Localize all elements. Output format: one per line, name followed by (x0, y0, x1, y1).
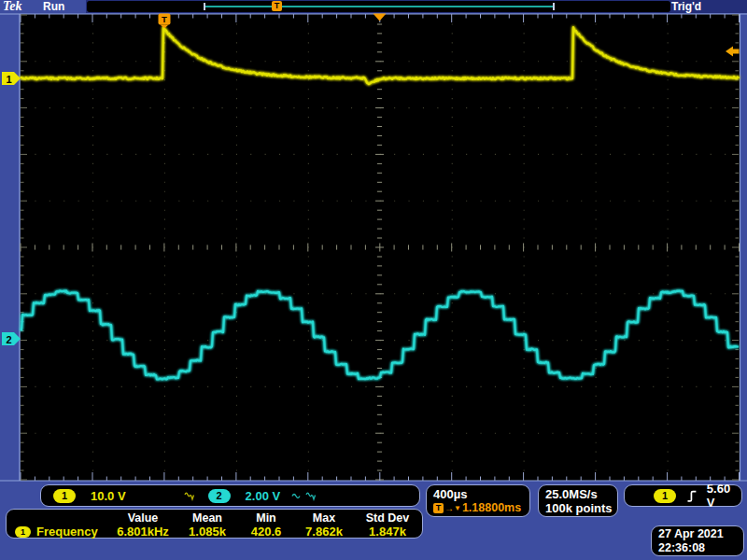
waveform-display: T 1 2 (0, 13, 747, 482)
window-right-bracket (553, 3, 555, 10)
svg-text:1: 1 (6, 74, 11, 85)
ch2-badge[interactable]: 2 (208, 489, 231, 503)
trigger-status: Trig'd (671, 0, 701, 13)
measurement-row: 1 Frequency 6.801kHz 1.085k 420.6 7.862k… (7, 525, 422, 539)
oscilloscope-screen: Tek Run T Trig'd T (0, 0, 747, 560)
trigger-delay-value: 1.18800ms (462, 501, 521, 515)
expansion-icon: ▼ (454, 501, 461, 515)
measurement-headers: Value Mean Min Max Std Dev (7, 511, 422, 525)
tek-logo: Tek (3, 0, 21, 14)
acquisition-state: Run (43, 0, 64, 13)
measurement-value: 6.801kHz (109, 525, 176, 539)
date-label: 27 Apr 2021 (658, 527, 743, 541)
channel-readouts[interactable]: 1 10.0 V 2 2.00 V (40, 484, 420, 507)
measurement-max: 7.862k (294, 525, 354, 539)
measurement-min: 420.6 (238, 525, 294, 539)
trigger-source-badge: 1 (654, 489, 676, 503)
ch2-bandwidth-icon (305, 491, 317, 501)
measurement-stddev: 1.847k (354, 525, 421, 539)
ch1-badge[interactable]: 1 (53, 489, 76, 503)
arrow-icon: → (444, 501, 454, 515)
ch2-coupling-icon (291, 491, 303, 501)
trigger-level-value: 5.60 V (707, 482, 741, 510)
ch2-scale: 2.00 V (246, 489, 281, 503)
window-left-bracket (204, 3, 205, 10)
trigger-icon: T (433, 503, 444, 513)
acquisition-readout[interactable]: 25.0MS/s 100k points (538, 484, 618, 517)
trigger-readout[interactable]: 1 5.60 V (624, 484, 742, 507)
horizontal-scale: 400µs (433, 487, 529, 501)
sample-rate: 25.0MS/s (545, 487, 617, 501)
measurement-name: Frequency (36, 525, 98, 539)
acquisition-record-bar[interactable]: T (87, 1, 670, 12)
horizontal-readout[interactable]: 400µs T → ▼ 1.18800ms (426, 484, 530, 517)
top-status-bar: Tek Run T Trig'd (0, 0, 747, 13)
ch1-scale: 10.0 V (91, 489, 126, 503)
record-trigger-position-icon[interactable]: T (272, 1, 282, 11)
ch1-coupling-icon (184, 491, 196, 501)
time-label: 22:36:08 (658, 541, 743, 555)
record-view-window (205, 6, 553, 7)
measurement-panel[interactable]: Value Mean Min Max Std Dev 1 Frequency 6… (6, 509, 423, 539)
bottom-status-bar: 1 10.0 V 2 2.00 V 400µs T → ▼ 1.18800ms (0, 482, 747, 560)
datetime-panel[interactable]: 27 Apr 2021 22:36:08 (651, 525, 744, 556)
measurement-mean: 1.085k (176, 525, 238, 539)
record-length: 100k points (545, 501, 617, 515)
svg-text:T: T (162, 14, 167, 24)
svg-text:2: 2 (6, 334, 11, 345)
measurement-source-badge: 1 (15, 526, 31, 538)
rising-edge-icon (686, 489, 698, 503)
